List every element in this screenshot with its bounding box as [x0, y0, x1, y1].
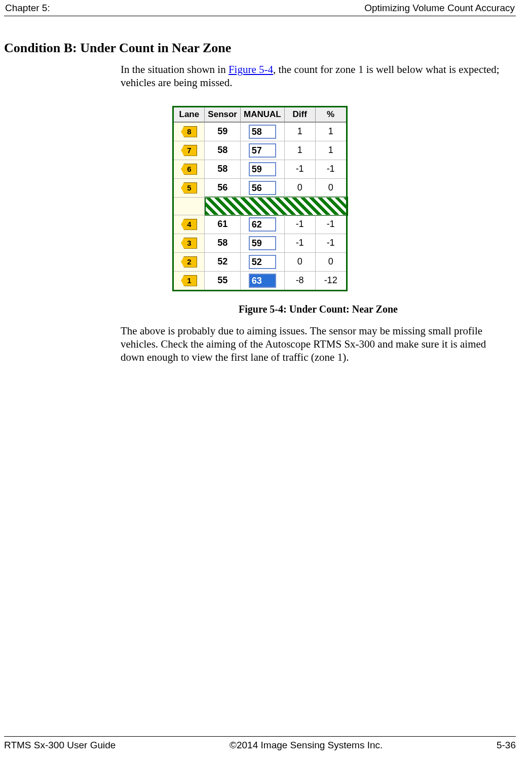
lane-cell: 6: [173, 160, 205, 178]
manual-value-cell[interactable]: 58: [240, 122, 284, 141]
lane-cell: 3: [173, 234, 205, 252]
lane-number: 5: [181, 182, 197, 194]
body-paragraph-2: The above is probably due to aiming issu…: [121, 324, 506, 364]
lane-cell: 7: [173, 141, 205, 160]
manual-value-cell[interactable]: 57: [240, 141, 284, 160]
median-divider-row: [173, 197, 347, 215]
pct-value: 0: [315, 252, 347, 271]
manual-value-cell[interactable]: 63: [240, 271, 284, 290]
footer-right: 5-36: [497, 740, 516, 751]
page-footer: RTMS Sx-300 User Guide ©2014 Image Sensi…: [4, 736, 516, 751]
lane-number: 6: [181, 164, 197, 175]
footer-left: RTMS Sx-300 User Guide: [4, 740, 116, 751]
lane-cell: 4: [173, 215, 205, 234]
manual-value-cell[interactable]: 62: [240, 215, 284, 234]
lane-badge-icon: 6: [181, 164, 197, 175]
header-title: Optimizing Volume Count Accuracy: [364, 3, 515, 14]
lane-cell: 8: [173, 122, 205, 141]
pct-value: 1: [315, 141, 347, 160]
sensor-value: 58: [205, 141, 241, 160]
sensor-value: 58: [205, 160, 241, 178]
lane-cell: 2: [173, 252, 205, 271]
manual-value-cell[interactable]: 59: [240, 234, 284, 252]
diff-value: -1: [284, 234, 315, 252]
table-row: 15563-8-12: [173, 271, 347, 290]
table-row: 35859-1-1: [173, 234, 347, 252]
figure-caption: Figure 5-4: Under Count: Near Zone: [121, 303, 516, 315]
manual-input[interactable]: 59: [249, 236, 276, 250]
page-header: Chapter 5: Optimizing Volume Count Accur…: [4, 3, 516, 16]
diff-value: 1: [284, 141, 315, 160]
table-row: 7585711: [173, 141, 347, 160]
col-sensor: Sensor: [205, 106, 241, 122]
sensor-value: 59: [205, 122, 241, 141]
manual-input[interactable]: 62: [249, 217, 276, 232]
col-manual: MANUAL: [240, 106, 284, 122]
sensor-value: 61: [205, 215, 241, 234]
figure-link[interactable]: Figure 5-4: [229, 63, 273, 75]
lane-badge-icon: 3: [181, 238, 197, 249]
figure-5-4: Lane Sensor MANUAL Diff % 85958117585711…: [4, 106, 516, 291]
table-row: 65859-1-1: [173, 160, 347, 178]
manual-input[interactable]: 56: [249, 181, 276, 195]
header-chapter: Chapter 5:: [5, 3, 50, 14]
lane-cell: 1: [173, 271, 205, 290]
lane-number: 4: [181, 219, 197, 230]
median-empty-lane: [173, 197, 205, 215]
table-row: 5565600: [173, 178, 347, 197]
lane-badge-icon: 2: [181, 256, 197, 268]
diff-value: 1: [284, 122, 315, 141]
lane-badge-icon: 5: [181, 182, 197, 194]
sensor-value: 56: [205, 178, 241, 197]
manual-input[interactable]: 58: [249, 125, 276, 139]
lane-number: 1: [181, 275, 197, 286]
lane-badge-icon: 1: [181, 275, 197, 286]
footer-center: ©2014 Image Sensing Systems Inc.: [230, 740, 383, 751]
diff-value: 0: [284, 252, 315, 271]
lane-number: 2: [181, 256, 197, 268]
lane-badge-icon: 4: [181, 219, 197, 230]
manual-value-cell[interactable]: 52: [240, 252, 284, 271]
col-diff: Diff: [284, 106, 315, 122]
col-pct: %: [315, 106, 347, 122]
col-lane: Lane: [173, 106, 205, 122]
pct-value: -1: [315, 160, 347, 178]
manual-input[interactable]: 63: [249, 274, 276, 288]
pct-value: 1: [315, 122, 347, 141]
section-heading: Condition B: Under Count in Near Zone: [4, 41, 516, 56]
manual-input[interactable]: 52: [249, 255, 276, 269]
lane-number: 3: [181, 238, 197, 249]
sensor-value: 52: [205, 252, 241, 271]
median-hatch: [205, 197, 347, 215]
manual-value-cell[interactable]: 59: [240, 160, 284, 178]
diff-value: 0: [284, 178, 315, 197]
intro-paragraph: In the situation shown in Figure 5-4, th…: [121, 63, 506, 90]
diff-value: -1: [284, 160, 315, 178]
diff-value: -8: [284, 271, 315, 290]
lane-count-table: Lane Sensor MANUAL Diff % 85958117585711…: [172, 106, 347, 291]
manual-input[interactable]: 59: [249, 162, 276, 176]
pct-value: 0: [315, 178, 347, 197]
pct-value: -1: [315, 215, 347, 234]
sensor-value: 58: [205, 234, 241, 252]
pct-value: -12: [315, 271, 347, 290]
manual-value-cell[interactable]: 56: [240, 178, 284, 197]
lane-number: 8: [181, 126, 197, 137]
lane-cell: 5: [173, 178, 205, 197]
pct-value: -1: [315, 234, 347, 252]
manual-input[interactable]: 57: [249, 143, 276, 158]
table-row: 2525200: [173, 252, 347, 271]
lane-number: 7: [181, 145, 197, 156]
sensor-value: 55: [205, 271, 241, 290]
lane-badge-icon: 7: [181, 145, 197, 156]
lane-badge-icon: 8: [181, 126, 197, 137]
table-row: 46162-1-1: [173, 215, 347, 234]
diff-value: -1: [284, 215, 315, 234]
intro-pre: In the situation shown in: [121, 63, 229, 75]
table-row: 8595811: [173, 122, 347, 141]
